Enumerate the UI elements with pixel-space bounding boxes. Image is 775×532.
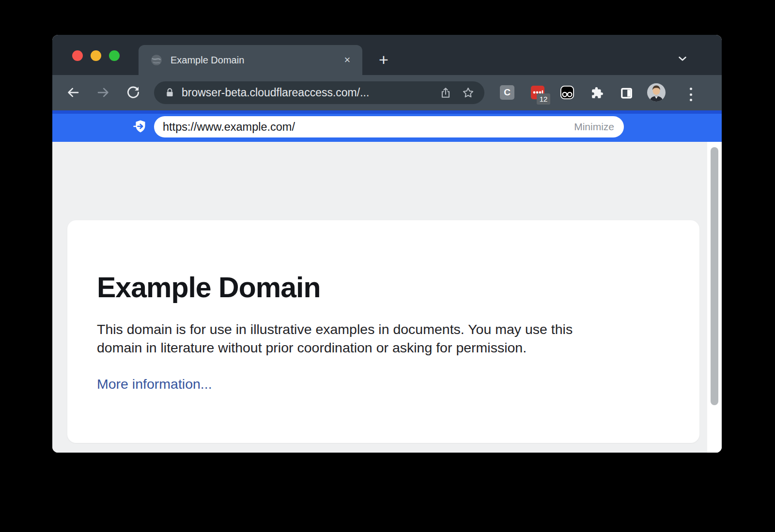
minimize-banner-button[interactable]: Minimize — [574, 121, 614, 133]
page-viewport: Example Domain This domain is for use in… — [52, 142, 722, 453]
forward-button[interactable] — [95, 84, 111, 101]
page-title: Example Domain — [97, 271, 320, 304]
browser-menu-button[interactable] — [685, 88, 697, 101]
browser-toolbar: browser-beta.cloudflareaccess.com/... C … — [52, 75, 722, 110]
avatar-photo — [647, 83, 666, 102]
extensions-puzzle-icon[interactable] — [591, 87, 604, 99]
isolation-banner: https://www.example.com/ Minimize — [52, 110, 722, 142]
isolated-url-text[interactable]: https://www.example.com/ — [163, 121, 295, 134]
desktop: { "tab_strip": { "tab": { "title": "Exam… — [0, 0, 775, 532]
tab-close-icon[interactable]: × — [340, 53, 355, 67]
chevron-down-icon — [676, 52, 689, 65]
page-body-text: This domain is for use in illustrative e… — [97, 320, 573, 357]
tab-title: Example Domain — [170, 55, 340, 66]
address-bar-url[interactable]: browser-beta.cloudflareaccess.com/... — [182, 86, 439, 99]
scrollbar-thumb[interactable] — [711, 147, 718, 405]
mac-zoom-button[interactable] — [109, 50, 120, 61]
new-tab-button[interactable]: + — [372, 48, 395, 71]
profile-avatar[interactable] — [647, 83, 666, 102]
body-line: domain in literature without prior coord… — [97, 338, 573, 357]
noir-extension-icon[interactable] — [560, 85, 574, 100]
browser-tab[interactable]: Example Domain × — [139, 45, 362, 75]
reload-icon — [126, 85, 140, 100]
menu-dot — [690, 93, 692, 96]
body-line: This domain is for use in illustrative e… — [97, 320, 573, 338]
lock-icon — [165, 88, 175, 98]
mac-close-button[interactable] — [72, 50, 83, 61]
back-arrow-icon — [66, 85, 80, 100]
isolation-banner-accent — [52, 110, 722, 114]
bookmark-star-icon[interactable] — [462, 86, 475, 99]
more-information-link[interactable]: More information... — [97, 376, 212, 392]
tab-search-button[interactable] — [675, 51, 690, 66]
browser-window: Example Domain × + — [52, 35, 722, 453]
menu-dot — [690, 88, 692, 90]
isolation-shield-icon — [133, 119, 148, 134]
isolated-url-input[interactable]: https://www.example.com/ Minimize — [154, 116, 624, 137]
window-controls — [72, 50, 120, 61]
extension-badge: 12 — [537, 93, 550, 105]
back-button[interactable] — [65, 84, 81, 101]
extension-c-icon[interactable]: C — [500, 85, 514, 100]
reload-button[interactable] — [125, 84, 141, 101]
address-bar[interactable]: browser-beta.cloudflareaccess.com/... — [154, 81, 484, 104]
mac-minimize-button[interactable] — [91, 50, 101, 61]
side-panel-icon[interactable] — [620, 87, 633, 99]
scrollbar-track[interactable] — [707, 142, 722, 453]
share-icon[interactable] — [439, 87, 452, 99]
menu-dot — [690, 99, 692, 101]
example-domain-card: Example Domain This domain is for use in… — [67, 220, 699, 443]
globe-favicon-icon — [150, 54, 163, 66]
window-titlebar: Example Domain × + — [52, 35, 722, 75]
forward-arrow-icon — [96, 85, 110, 100]
